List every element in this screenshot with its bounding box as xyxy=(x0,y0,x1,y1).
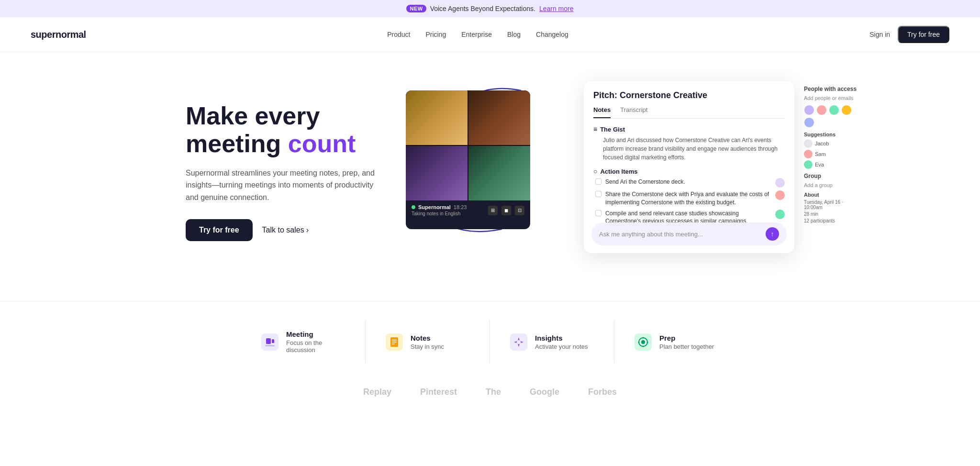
feature-meeting[interactable]: Meeting Focus on the discussion xyxy=(241,321,366,363)
about-date: Tuesday, April 16 · 10:00am xyxy=(804,200,861,210)
action-icon: ○ xyxy=(593,167,597,175)
svg-point-13 xyxy=(643,337,644,338)
suggestion-name-jacob: Jacob xyxy=(815,141,829,146)
people-add[interactable]: Add people or emails xyxy=(804,95,861,101)
video-cell-2 xyxy=(468,90,530,145)
feature-prep[interactable]: Prep Plan better together xyxy=(614,321,739,363)
gist-text: Julio and Ari discussed how Cornerstone … xyxy=(593,136,785,162)
navbar: supernormal Product Pricing Enterprise B… xyxy=(0,17,980,52)
nav-logo: supernormal xyxy=(31,29,86,40)
feature-prep-text: Prep Plan better together xyxy=(659,334,714,350)
gist-icon: ≡ xyxy=(593,125,597,133)
nav-links: Product Pricing Enterprise Blog Changelo… xyxy=(387,31,568,38)
group-label: Group xyxy=(804,173,861,179)
mini-avatar-1 xyxy=(804,105,814,115)
feature-insights-title: Insights xyxy=(535,334,588,342)
svg-point-12 xyxy=(641,340,645,344)
talk-to-sales-button[interactable]: Talk to sales › xyxy=(262,226,309,234)
feature-notes-title: Notes xyxy=(411,334,444,342)
tab-notes[interactable]: Notes xyxy=(593,106,611,118)
logo-forbes: Forbes xyxy=(588,387,617,397)
notes-icon xyxy=(385,333,404,352)
suggestion-sam[interactable]: Sam xyxy=(804,150,861,158)
video-cell-1 xyxy=(406,90,468,145)
banner-badge: NEW xyxy=(406,5,426,12)
nav-pricing[interactable]: Pricing xyxy=(425,31,446,38)
svg-rect-9 xyxy=(510,333,527,351)
video-bar: Supernormal 18:23 Taking notes in Englis… xyxy=(406,200,530,220)
video-grid xyxy=(406,90,530,200)
nav-try-button[interactable]: Try for free xyxy=(898,26,949,43)
svg-rect-3 xyxy=(265,345,275,346)
action-item-2: Share the Cornerstone deck with Priya an… xyxy=(593,190,785,207)
nav-product[interactable]: Product xyxy=(387,31,410,38)
hero-title-accent: count xyxy=(288,130,356,157)
hero-title-line1: Make every xyxy=(186,102,320,130)
avatar-1 xyxy=(775,178,785,188)
notes-panel: Pitch: Cornerstone Creative Notes Transc… xyxy=(584,81,794,253)
suggestion-jacob[interactable]: Jacob xyxy=(804,139,861,148)
notes-panel-title: Pitch: Cornerstone Creative xyxy=(593,90,785,100)
feature-notes[interactable]: Notes Stay in sync xyxy=(366,321,490,363)
banner-learn-more[interactable]: Learn more xyxy=(539,5,574,12)
video-icon-1[interactable]: ⊞ xyxy=(488,206,498,215)
people-label: People with access xyxy=(804,86,861,92)
prep-icon xyxy=(634,333,653,352)
ai-send-button[interactable]: ↑ xyxy=(766,227,779,241)
svg-point-15 xyxy=(638,341,640,343)
meeting-icon xyxy=(260,333,279,352)
action-items-section: ○ Action Items Send Ari the Cornerstone … xyxy=(593,167,785,225)
video-icon-3[interactable]: ⊡ xyxy=(515,206,524,215)
feature-prep-title: Prep xyxy=(659,334,714,342)
suggestion-eva[interactable]: Eva xyxy=(804,160,861,169)
logo-strip: Replay Pinterest The Google Forbes xyxy=(0,373,980,411)
top-banner: NEW Voice Agents Beyond Expectations. Le… xyxy=(0,0,980,17)
video-brand: Supernormal xyxy=(418,204,451,210)
feature-prep-subtitle: Plan better together xyxy=(659,343,714,350)
hero-section: Make every meeting count Supernormal str… xyxy=(155,52,825,282)
tab-transcript[interactable]: Transcript xyxy=(620,106,647,118)
svg-point-14 xyxy=(643,345,644,347)
ai-input-bar[interactable]: Ask me anything about this meeting... ↑ xyxy=(591,222,787,245)
action-text-1: Send Ari the Cornerstone deck. xyxy=(605,178,771,186)
about-label: About xyxy=(804,192,861,198)
nav-right: Sign in Try for free xyxy=(869,26,949,43)
video-subtitle: Taking notes in English xyxy=(412,211,467,216)
checkbox-3[interactable] xyxy=(595,210,601,216)
feature-meeting-subtitle: Focus on the discussion xyxy=(286,339,346,354)
nav-changelog[interactable]: Changelog xyxy=(536,31,568,38)
gist-label: The Gist xyxy=(600,126,625,133)
group-add[interactable]: Add a group xyxy=(804,182,861,188)
video-time: 18:23 xyxy=(454,204,467,210)
checkbox-1[interactable] xyxy=(595,178,601,185)
hero-right: Supernormal 18:23 Taking notes in Englis… xyxy=(406,81,794,263)
suggestion-name-eva: Eva xyxy=(815,162,824,167)
suggestion-avatar-jacob xyxy=(804,139,813,148)
hero-subtitle: Supernormal streamlines your meeting not… xyxy=(186,167,387,204)
svg-rect-8 xyxy=(392,344,395,344)
svg-rect-6 xyxy=(392,340,397,341)
checkbox-2[interactable] xyxy=(595,191,601,197)
video-cell-4 xyxy=(468,146,530,200)
about-duration: 28 min xyxy=(804,211,861,217)
mini-avatar-5 xyxy=(804,117,814,128)
avatar-3 xyxy=(775,210,785,219)
video-icon-2[interactable]: ◼ xyxy=(501,206,511,215)
svg-rect-7 xyxy=(392,342,397,343)
action-item-1: Send Ari the Cornerstone deck. xyxy=(593,178,785,188)
hero-left: Make every meeting count Supernormal str… xyxy=(186,102,387,241)
hero-title: Make every meeting count xyxy=(186,102,387,157)
nav-blog[interactable]: Blog xyxy=(507,31,521,38)
feature-insights-text: Insights Activate your notes xyxy=(535,334,588,350)
avatar-2 xyxy=(775,190,785,200)
mini-avatar-2 xyxy=(816,105,827,115)
logo-replay: Replay xyxy=(363,387,391,397)
logo-the: The xyxy=(486,387,501,397)
try-for-free-button[interactable]: Try for free xyxy=(186,219,253,241)
suggestions-label: Suggestions xyxy=(804,132,861,137)
nav-signin[interactable]: Sign in xyxy=(869,31,890,38)
feature-insights[interactable]: Insights Activate your notes xyxy=(490,321,614,363)
nav-enterprise[interactable]: Enterprise xyxy=(461,31,492,38)
mini-avatar-4 xyxy=(841,105,852,115)
hero-title-line2: meeting xyxy=(186,130,288,157)
